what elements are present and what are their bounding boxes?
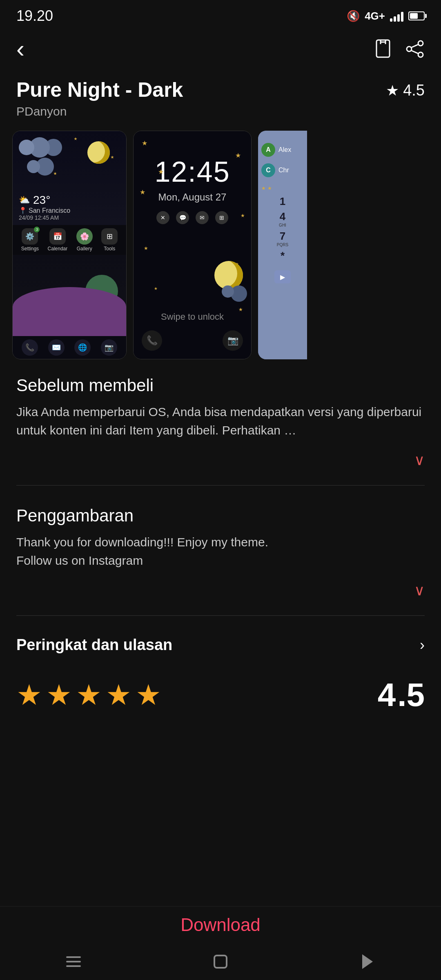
description-title: Penggambaran: [16, 506, 425, 526]
back-icon: [362, 954, 373, 969]
nav-bar: ‹: [0, 29, 441, 69]
video-icon: ▶: [261, 270, 304, 283]
notif-3: ✉: [196, 211, 209, 224]
signal-icon: [390, 10, 403, 22]
bottom-nav: [0, 943, 441, 980]
lock-date: Mon, August 27: [158, 192, 227, 203]
lock-bottom-icons: 📞 📷: [134, 330, 251, 351]
browser-dock-icon: 🌐: [74, 339, 91, 356]
star-1-icon: ★: [16, 678, 42, 712]
contact-stars: ★ ★: [261, 185, 304, 191]
network-label: 4G+: [365, 10, 385, 22]
divider-1: [16, 485, 425, 486]
header-rating: ★ 4.5: [386, 82, 425, 99]
chevron-down-icon[interactable]: ∨: [414, 452, 425, 469]
svg-point-6: [418, 52, 423, 57]
cloud-small-icon: [27, 158, 54, 176]
lock-swipe-text: Swipe to unlock: [161, 312, 224, 322]
tools-icon-wrap: ⊞ Tools: [101, 228, 118, 252]
chevron-down-icon-2[interactable]: ∨: [414, 582, 425, 599]
svg-point-4: [418, 41, 423, 46]
contact-row-1: A Alex: [261, 143, 304, 157]
home-button[interactable]: [210, 951, 231, 972]
star-9: ★: [238, 307, 243, 312]
before-buy-expand[interactable]: ∨: [0, 448, 441, 481]
ratings-arrow-icon[interactable]: ›: [420, 637, 425, 654]
mail-dock-icon: ✉️: [48, 339, 65, 356]
header-title-block: Pure Night - Dark PDanyon: [16, 78, 183, 118]
calendar-icon-wrap: 📅 Calendar: [48, 228, 68, 252]
bush-icon: [13, 287, 126, 336]
status-time: 19.20: [16, 7, 53, 24]
weather-widget: ⛅ 23° 📍 San Francisco 24/09 12:45 AM: [19, 194, 70, 221]
rating-value: 4.5: [403, 82, 425, 99]
app-author: PDanyon: [16, 105, 183, 118]
battery-icon: [408, 11, 425, 20]
description-body: Thank you for downloading!!! Enjoy my th…: [16, 533, 425, 570]
dial-1: 1: [261, 195, 304, 208]
star-3-icon: ★: [76, 678, 102, 712]
svg-point-5: [407, 47, 412, 51]
contact-avatar-a: A: [261, 143, 275, 157]
preview-card-contacts: A Alex C Chr ★ ★ 1 4 GHI: [258, 131, 307, 359]
status-bar: 19.20 🔇 4G+: [0, 0, 441, 29]
nature-area: [13, 255, 126, 336]
share-button[interactable]: [405, 39, 425, 59]
back-button-bottom[interactable]: [357, 951, 378, 972]
app-title: Pure Night - Dark: [16, 78, 183, 102]
star-4: ★: [140, 188, 145, 196]
recent-apps-button[interactable]: [63, 951, 84, 972]
preview-card-home: ★ ★ ★ ★ ⛅: [12, 131, 127, 359]
stars-display: ★ ★ ★ ★ ★: [16, 678, 161, 712]
notif-4: ⊞: [215, 211, 228, 224]
star-6: ★: [144, 245, 148, 251]
star-5: ★: [241, 213, 245, 218]
download-button[interactable]: Download: [180, 915, 261, 935]
star-8: ★: [154, 286, 158, 291]
lock-cloud-icon: [222, 285, 247, 302]
ratings-title: Peringkat dan ulasan: [16, 636, 172, 654]
divider-2: [16, 615, 425, 616]
moon-icon: [87, 141, 110, 164]
back-button[interactable]: ‹: [16, 37, 24, 61]
lock-phone-icon: 📞: [142, 330, 162, 351]
star-4-icon: ★: [106, 678, 131, 712]
mute-icon: 🔇: [347, 10, 360, 22]
rating-star-icon: ★: [386, 82, 399, 99]
status-icons: 🔇 4G+: [347, 10, 425, 22]
recent-apps-icon: [66, 956, 81, 967]
contact-name-alex: Alex: [278, 146, 291, 154]
nav-actions: [373, 39, 425, 59]
star-1: ★: [142, 139, 147, 147]
contact-name-chr: Chr: [278, 167, 289, 174]
dial-asterisk: *: [261, 249, 304, 262]
rating-big-number: 4: [378, 679, 396, 711]
stars-section: ★ ★ ★ ★ ★ 4 .5: [0, 670, 441, 724]
contact-avatar-c: C: [261, 163, 275, 177]
rating-big-display: 4 .5: [378, 679, 425, 711]
location: San Francisco: [29, 207, 70, 214]
svg-line-7: [412, 45, 418, 47]
dock: 📞 ✉️ 🌐 📷: [13, 336, 126, 359]
before-buy-title: Sebelum membeli: [16, 376, 425, 395]
camera-dock-icon: 📷: [101, 339, 117, 356]
dial-4: 4 GHI: [261, 210, 304, 227]
contacts-list: A Alex C Chr ★ ★ 1 4 GHI: [258, 131, 307, 287]
download-bar: Download: [0, 906, 441, 943]
app-row: ⚙️ 3 Settings 📅 Calendar 🌸 Gallery ⊞ Too…: [13, 225, 126, 255]
home-icon: [214, 955, 227, 969]
preview-card-lock: ★ ★ ★ ★ ★ ★ ★ ★ ★ 12:45 Mon, August 27 ✕…: [133, 131, 252, 359]
star-5-icon-half: ★: [136, 678, 161, 712]
svg-line-8: [412, 51, 418, 53]
dial-7: 7 PQRS: [261, 230, 304, 247]
description-section: Penggambaran Thank you for downloading!!…: [0, 490, 441, 578]
lock-time: 12:45: [154, 156, 230, 188]
before-buy-section: Sebelum membeli Jika Anda memperbarui OS…: [0, 359, 441, 448]
ratings-section[interactable]: Peringkat dan ulasan ›: [0, 620, 441, 670]
star-3: ★: [158, 168, 164, 176]
description-expand[interactable]: ∨: [0, 578, 441, 611]
contact-row-2: C Chr: [261, 163, 304, 177]
lock-notification-icons: ✕ 💬 ✉ ⊞: [156, 211, 228, 224]
temperature: 23°: [33, 194, 50, 207]
bookmark-button[interactable]: [373, 39, 393, 59]
